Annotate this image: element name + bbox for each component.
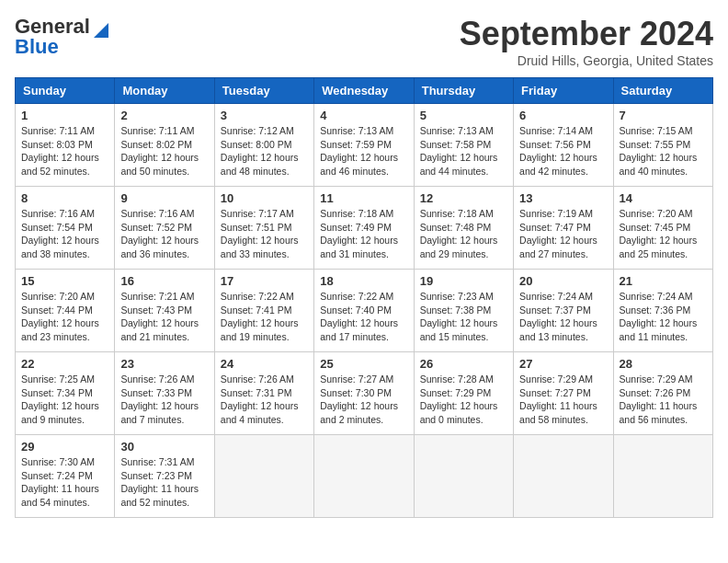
- day-info: Sunrise: 7:16 AM Sunset: 7:54 PM Dayligh…: [21, 207, 108, 261]
- day-number: 14: [620, 191, 707, 205]
- day-number: 12: [420, 191, 507, 205]
- col-thursday: Thursday: [414, 78, 513, 104]
- day-number: 17: [221, 274, 308, 288]
- day-number: 16: [120, 274, 208, 288]
- calendar-cell: 15Sunrise: 7:20 AM Sunset: 7:44 PM Dayli…: [16, 270, 115, 352]
- calendar-cell: 17Sunrise: 7:22 AM Sunset: 7:41 PM Dayli…: [214, 270, 313, 352]
- day-info: Sunrise: 7:20 AM Sunset: 7:45 PM Dayligh…: [620, 207, 707, 261]
- day-info: Sunrise: 7:28 AM Sunset: 7:29 PM Dayligh…: [420, 373, 507, 427]
- calendar-cell: 29Sunrise: 7:30 AM Sunset: 7:24 PM Dayli…: [16, 435, 115, 518]
- day-number: 11: [320, 191, 407, 205]
- day-number: 10: [221, 191, 308, 205]
- day-number: 27: [519, 357, 607, 371]
- calendar-body: 1Sunrise: 7:11 AM Sunset: 8:03 PM Daylig…: [16, 104, 713, 518]
- col-monday: Monday: [115, 78, 214, 104]
- day-info: Sunrise: 7:21 AM Sunset: 7:43 PM Dayligh…: [120, 290, 208, 344]
- day-number: 9: [120, 191, 208, 205]
- day-number: 24: [221, 357, 308, 371]
- calendar-header: Sunday Monday Tuesday Wednesday Thursday…: [16, 78, 713, 104]
- day-info: Sunrise: 7:12 AM Sunset: 8:00 PM Dayligh…: [221, 124, 308, 178]
- day-number: 28: [620, 357, 707, 371]
- day-number: 29: [21, 440, 108, 454]
- col-wednesday: Wednesday: [314, 78, 414, 104]
- day-number: 7: [620, 109, 707, 122]
- day-info: Sunrise: 7:24 AM Sunset: 7:36 PM Dayligh…: [620, 290, 707, 344]
- calendar-cell: 3Sunrise: 7:12 AM Sunset: 8:00 PM Daylig…: [214, 104, 313, 187]
- calendar-cell: 12Sunrise: 7:18 AM Sunset: 7:48 PM Dayli…: [414, 187, 513, 270]
- calendar-cell: 6Sunrise: 7:14 AM Sunset: 7:56 PM Daylig…: [514, 104, 613, 187]
- day-number: 15: [21, 274, 108, 288]
- col-sunday: Sunday: [16, 78, 115, 104]
- day-number: 1: [21, 109, 108, 122]
- day-number: 3: [221, 109, 308, 122]
- calendar-cell: 13Sunrise: 7:19 AM Sunset: 7:47 PM Dayli…: [514, 187, 613, 270]
- header-row: Sunday Monday Tuesday Wednesday Thursday…: [16, 78, 713, 104]
- logo: General Blue: [15, 15, 110, 57]
- title-area: September 2024 Druid Hills, Georgia, Uni…: [460, 15, 713, 68]
- calendar-table: Sunday Monday Tuesday Wednesday Thursday…: [15, 77, 713, 518]
- calendar-cell: 1Sunrise: 7:11 AM Sunset: 8:03 PM Daylig…: [16, 104, 115, 187]
- day-number: 8: [21, 191, 108, 205]
- calendar-cell: 4Sunrise: 7:13 AM Sunset: 7:59 PM Daylig…: [314, 104, 414, 187]
- col-friday: Friday: [514, 78, 613, 104]
- calendar-cell: 9Sunrise: 7:16 AM Sunset: 7:52 PM Daylig…: [115, 187, 214, 270]
- day-number: 25: [320, 357, 407, 371]
- calendar-cell: 24Sunrise: 7:26 AM Sunset: 7:31 PM Dayli…: [214, 352, 313, 435]
- calendar-week-3: 15Sunrise: 7:20 AM Sunset: 7:44 PM Dayli…: [16, 270, 713, 352]
- calendar-cell: 14Sunrise: 7:20 AM Sunset: 7:45 PM Dayli…: [613, 187, 712, 270]
- logo-arrow-icon: [92, 21, 110, 40]
- day-number: 19: [420, 274, 507, 288]
- calendar-week-1: 1Sunrise: 7:11 AM Sunset: 8:03 PM Daylig…: [16, 104, 713, 187]
- day-info: Sunrise: 7:19 AM Sunset: 7:47 PM Dayligh…: [519, 207, 607, 261]
- col-tuesday: Tuesday: [214, 78, 313, 104]
- calendar-week-5: 29Sunrise: 7:30 AM Sunset: 7:24 PM Dayli…: [16, 435, 713, 518]
- day-info: Sunrise: 7:30 AM Sunset: 7:24 PM Dayligh…: [21, 455, 108, 510]
- calendar-cell: 8Sunrise: 7:16 AM Sunset: 7:54 PM Daylig…: [16, 187, 115, 270]
- day-info: Sunrise: 7:11 AM Sunset: 8:03 PM Dayligh…: [21, 124, 108, 178]
- day-info: Sunrise: 7:18 AM Sunset: 7:49 PM Dayligh…: [320, 207, 407, 261]
- calendar-cell: 23Sunrise: 7:26 AM Sunset: 7:33 PM Dayli…: [115, 352, 214, 435]
- day-number: 21: [620, 274, 707, 288]
- day-number: 22: [21, 357, 108, 371]
- calendar-week-2: 8Sunrise: 7:16 AM Sunset: 7:54 PM Daylig…: [16, 187, 713, 270]
- day-info: Sunrise: 7:29 AM Sunset: 7:27 PM Dayligh…: [519, 373, 607, 427]
- calendar-cell: 11Sunrise: 7:18 AM Sunset: 7:49 PM Dayli…: [314, 187, 414, 270]
- day-number: 6: [519, 109, 607, 122]
- calendar-cell: 25Sunrise: 7:27 AM Sunset: 7:30 PM Dayli…: [314, 352, 414, 435]
- calendar-cell: 2Sunrise: 7:11 AM Sunset: 8:02 PM Daylig…: [115, 104, 214, 187]
- day-info: Sunrise: 7:23 AM Sunset: 7:38 PM Dayligh…: [420, 290, 507, 344]
- calendar-cell: 16Sunrise: 7:21 AM Sunset: 7:43 PM Dayli…: [115, 270, 214, 352]
- calendar-week-4: 22Sunrise: 7:25 AM Sunset: 7:34 PM Dayli…: [16, 352, 713, 435]
- day-info: Sunrise: 7:13 AM Sunset: 7:59 PM Dayligh…: [320, 124, 407, 178]
- calendar-cell: 28Sunrise: 7:29 AM Sunset: 7:26 PM Dayli…: [613, 352, 712, 435]
- calendar-cell: 27Sunrise: 7:29 AM Sunset: 7:27 PM Dayli…: [514, 352, 613, 435]
- col-saturday: Saturday: [613, 78, 712, 104]
- calendar-cell: [514, 435, 613, 518]
- day-info: Sunrise: 7:22 AM Sunset: 7:40 PM Dayligh…: [320, 290, 407, 344]
- day-info: Sunrise: 7:24 AM Sunset: 7:37 PM Dayligh…: [519, 290, 607, 344]
- calendar-cell: 30Sunrise: 7:31 AM Sunset: 7:23 PM Dayli…: [115, 435, 214, 518]
- calendar-cell: 26Sunrise: 7:28 AM Sunset: 7:29 PM Dayli…: [414, 352, 513, 435]
- day-info: Sunrise: 7:20 AM Sunset: 7:44 PM Dayligh…: [21, 290, 108, 344]
- calendar-cell: 5Sunrise: 7:13 AM Sunset: 7:58 PM Daylig…: [414, 104, 513, 187]
- calendar-cell: 7Sunrise: 7:15 AM Sunset: 7:55 PM Daylig…: [613, 104, 712, 187]
- day-number: 23: [120, 357, 208, 371]
- day-number: 4: [320, 109, 407, 122]
- calendar-cell: [214, 435, 313, 518]
- calendar-cell: 21Sunrise: 7:24 AM Sunset: 7:36 PM Dayli…: [613, 270, 712, 352]
- day-info: Sunrise: 7:13 AM Sunset: 7:58 PM Dayligh…: [420, 124, 507, 178]
- day-info: Sunrise: 7:17 AM Sunset: 7:51 PM Dayligh…: [221, 207, 308, 261]
- day-info: Sunrise: 7:22 AM Sunset: 7:41 PM Dayligh…: [221, 290, 308, 344]
- svg-marker-0: [94, 23, 108, 38]
- day-info: Sunrise: 7:18 AM Sunset: 7:48 PM Dayligh…: [420, 207, 507, 261]
- day-number: 2: [120, 109, 208, 122]
- month-title: September 2024: [460, 15, 713, 53]
- day-info: Sunrise: 7:26 AM Sunset: 7:31 PM Dayligh…: [221, 373, 308, 427]
- calendar-cell: [314, 435, 414, 518]
- day-info: Sunrise: 7:16 AM Sunset: 7:52 PM Dayligh…: [120, 207, 208, 261]
- location: Druid Hills, Georgia, United States: [460, 53, 713, 68]
- calendar-cell: 20Sunrise: 7:24 AM Sunset: 7:37 PM Dayli…: [514, 270, 613, 352]
- day-info: Sunrise: 7:26 AM Sunset: 7:33 PM Dayligh…: [120, 373, 208, 427]
- day-number: 20: [519, 274, 607, 288]
- calendar-cell: 22Sunrise: 7:25 AM Sunset: 7:34 PM Dayli…: [16, 352, 115, 435]
